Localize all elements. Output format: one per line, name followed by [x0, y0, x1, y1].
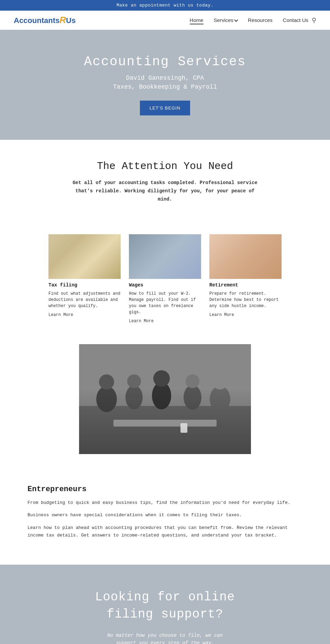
svg-point-4: [125, 385, 143, 409]
logo-r: R: [59, 15, 66, 25]
nav-link-home[interactable]: Home: [190, 17, 204, 24]
learn-more-tax[interactable]: Learn More: [48, 313, 121, 317]
hero-section: Accounting Services David Ganessingh, CP…: [0, 30, 330, 140]
learn-more-wages[interactable]: Learn More: [129, 319, 201, 324]
entrepreneurs-heading: Entrepreneurs: [28, 485, 302, 494]
svg-point-10: [210, 386, 230, 412]
entrepreneurs-para2: Business owners have special considerati…: [28, 511, 302, 519]
nav-link-contact[interactable]: Contact Us: [283, 17, 308, 23]
hero-subtitle1: David Ganessingh, CPA: [126, 75, 204, 81]
svg-point-9: [186, 374, 199, 388]
svg-rect-1: [79, 406, 251, 454]
nav-link-resources[interactable]: Resources: [248, 17, 273, 23]
service-card-wages: Wages How to fill out your W-2. Manage p…: [129, 234, 201, 324]
svg-point-7: [153, 370, 170, 387]
logo-text1: Accountants: [14, 16, 59, 25]
service-image-wages: [129, 234, 201, 279]
service-image-tax: [48, 234, 121, 279]
chevron-down-icon: [234, 18, 238, 22]
service-body-tax: Find out what adjustments and deductions…: [48, 291, 121, 309]
nav-links: Home Services Resources Contact Us: [190, 17, 308, 23]
attention-body: Get all of your accounting tasks complet…: [72, 179, 258, 203]
service-heading-retirement: Retirement: [209, 282, 282, 288]
svg-point-2: [96, 386, 117, 412]
svg-point-3: [99, 374, 114, 389]
search-icon: ⚲: [312, 17, 316, 24]
svg-point-11: [212, 374, 228, 389]
hero-heading: Accounting Services: [84, 54, 246, 69]
logo[interactable]: AccountantsRUs: [14, 15, 76, 25]
service-body-wages: How to fill out your W-2. Manage payroll…: [129, 291, 201, 315]
footer-cta-heading: Looking for online filing support?: [79, 589, 251, 623]
learn-more-retirement[interactable]: Learn More: [209, 313, 282, 317]
nav-item-contact[interactable]: Contact Us: [283, 17, 308, 23]
svg-rect-0: [79, 344, 251, 454]
footer-cta-section: Looking for online filing support? No ma…: [0, 565, 330, 644]
service-body-retirement: Prepare for retirement. Determine how be…: [209, 291, 282, 309]
nav-item-services[interactable]: Services: [214, 17, 238, 23]
attention-heading: The Attention You Need: [28, 160, 302, 172]
attention-section: The Attention You Need Get all of your a…: [0, 140, 330, 234]
service-heading-tax: Tax filing: [48, 282, 121, 288]
search-button[interactable]: ⚲: [312, 16, 316, 24]
team-image-svg: [79, 344, 251, 454]
top-banner: Make an appointment with us today.: [0, 0, 330, 11]
svg-point-8: [184, 385, 201, 410]
entrepreneurs-section: Entrepreneurs From budgeting to quick an…: [0, 471, 330, 564]
team-image: [79, 344, 251, 454]
service-cards: Tax filing Find out what adjustments and…: [0, 234, 330, 344]
nav-item-resources[interactable]: Resources: [248, 17, 273, 23]
footer-cta-body: No matter how you choose to file, we can…: [96, 632, 234, 644]
hero-cta-button[interactable]: LET'S BEGIN: [140, 101, 190, 115]
svg-point-5: [127, 374, 141, 388]
service-card-tax: Tax filing Find out what adjustments and…: [48, 234, 121, 324]
hero-subtitle2: Taxes, Bookkeeping & Payroll: [113, 83, 217, 90]
team-image-section: [0, 344, 330, 471]
svg-rect-13: [180, 423, 187, 433]
logo-text2: Us: [66, 16, 76, 25]
top-banner-text: Make an appointment with us today.: [117, 3, 213, 8]
service-heading-wages: Wages: [129, 282, 201, 288]
navigation: AccountantsRUs Home Services Resources C…: [0, 11, 330, 30]
entrepreneurs-para1: From budgeting to quick and easy busines…: [28, 499, 302, 507]
svg-rect-12: [113, 420, 217, 427]
nav-item-home[interactable]: Home: [190, 17, 204, 23]
entrepreneurs-para3: Learn how to plan ahead with accounting …: [28, 524, 302, 539]
service-image-retirement: [209, 234, 282, 279]
service-card-retirement: Retirement Prepare for retirement. Deter…: [209, 234, 282, 324]
nav-link-services[interactable]: Services: [214, 17, 238, 23]
